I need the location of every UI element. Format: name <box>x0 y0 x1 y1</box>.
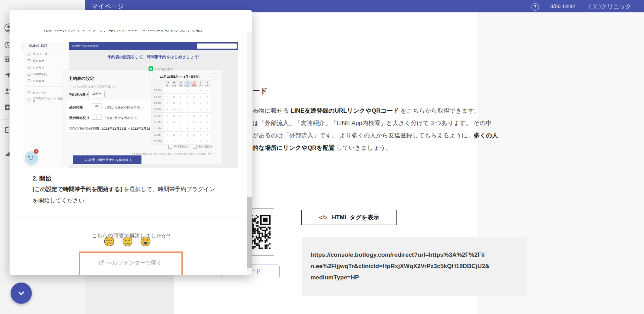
mini-start-button: この設定で時間帯予約を開始する <box>73 155 141 164</box>
mini-table-row: 11:15-×○×○×○× <box>151 119 211 125</box>
mini-deadline-input: 1 <box>92 114 102 120</box>
mini-accept-suffix: 日前から受付を開始する <box>105 105 140 110</box>
mini-sidebar-item: 応対履歴 <box>28 58 44 63</box>
mini-legend-item: 受付期間外 <box>193 145 212 149</box>
tutorial-highlight-box <box>79 251 183 275</box>
step-heading: 2. 開始 <box>33 174 51 183</box>
mini-table-row: 10:45-×○×○×○× <box>151 106 211 112</box>
clinic-name: 〇〇クリニック <box>589 2 632 11</box>
mini-header-title: 時間帯予約/管理画面 <box>72 44 98 48</box>
page-title: マイページ <box>92 2 124 11</box>
mini-table-header: 29(水)30(木)31(金)1(土)2(日)3(月)4(火) <box>151 81 211 87</box>
mini-item-icon <box>28 53 30 55</box>
mini-sidebar-item: 時間帯予約 <box>28 72 47 77</box>
mini-sidebar-item: LINE交換/アカウント情報設定 <box>28 97 65 102</box>
help-article-screenshot: CLINIC BOT 時間帯予約/管理画面 マイページ応対履歴シナリオ時間帯予約… <box>23 42 238 168</box>
help-overlay-panel: (例: 16時のタイミングで、毎日の16:00-16:15の時間帯が受付可能) … <box>10 10 252 275</box>
chevron-down-icon <box>16 288 26 298</box>
paragraph-line-4: 的な場所にリンクやQRを配置 していきましょう。 <box>253 144 546 152</box>
url-line-2: n.ee%2FljjwqTr&clinicId=HpRxjXWqX2VrPz3c… <box>311 263 489 270</box>
section-heading-partial: ード <box>253 86 268 96</box>
mini-item-icon <box>28 66 30 69</box>
mini-accept-input: 60 <box>92 103 102 109</box>
mini-chatbot-badge: 3 <box>34 149 39 154</box>
help-panel-header <box>10 10 252 30</box>
mini-sidebar-item: マイページ <box>28 52 47 57</box>
mini-item-icon <box>28 59 30 62</box>
step-body-line-2: を開始してください。 <box>33 197 231 205</box>
mini-sidebar-item: シナリオ <box>28 65 45 70</box>
mini-deadline-label: 受付締め切り <box>69 116 89 120</box>
mini-settings-note: * こちらの設定は後から変更可能です。 <box>69 85 119 89</box>
panel-scrollbar-thumb[interactable] <box>247 197 252 268</box>
feedback-divider <box>10 218 252 218</box>
mini-deadline-suffix: 日前に受付を締め切る <box>105 116 137 120</box>
paragraph-line-2: は「外部流入」「友達紹介」「LINE App内検索」と大きく分けて３つあります。… <box>253 119 546 127</box>
mini-search-input <box>197 43 237 49</box>
mini-next-button: › <box>211 73 217 79</box>
paragraph-line-3: があるのは「外部流入」です。 より多くの人から友達登録してもらえるように、多くの… <box>253 131 546 140</box>
url-line-1: https://console.botlogy.com/redirect?url… <box>311 251 485 259</box>
mini-accept-label: 受付開始 <box>69 105 83 110</box>
header-datetime: 8/06 14:42 <box>550 3 575 9</box>
mini-table-row: 10:00-○×○×○×○ <box>151 87 211 93</box>
mini-checkbox <box>168 145 172 149</box>
mini-sidebar-item: ログアウト <box>28 90 47 95</box>
mini-item-icon <box>28 73 30 76</box>
mini-table-row: 11:00-○×○×○×○ <box>151 112 211 119</box>
mini-slot-label: 予約枠の長さ <box>69 93 89 97</box>
happy-face-emoji-button[interactable] <box>140 236 151 247</box>
mini-sidebar-divider <box>25 86 65 87</box>
mini-table-row: 10:30-○×○×○×○ <box>151 100 211 106</box>
registration-url-box: https://console.botlogy.com/redirect?url… <box>302 237 527 296</box>
app-root: CLINIC BOT マイページ ? 8/06 14:42 〇〇クリニック ード <box>0 0 644 314</box>
mini-line-icon <box>149 66 153 71</box>
mini-app-logo: CLINIC BOT <box>29 44 47 47</box>
paragraph-line-1: 布物に載せる LINE友達登録のURLリンクやQRコード をこちらから取得できま… <box>253 107 546 115</box>
mini-checkbox <box>193 145 197 149</box>
neutral-face-emoji-button[interactable] <box>122 236 133 247</box>
help-icon[interactable]: ? <box>532 3 539 11</box>
mini-sidebar-item: 患者管理 <box>28 78 44 83</box>
mini-item-icon <box>28 79 30 82</box>
mini-slot-select: 15分 ▾ <box>88 91 105 97</box>
mini-footnote: * 予約表の開始時刻・終了時刻はメニューの予約可能時間によって変動します <box>127 153 212 156</box>
mini-line-label: LINE版の表示 <box>155 67 174 72</box>
mini-legend: 受付期間内受付期間外 <box>23 145 212 149</box>
mini-table-row: 11:45-×○×○×○× <box>151 131 211 138</box>
sad-face-emoji-button[interactable] <box>104 236 114 247</box>
mini-date-range: 12月29日(水) ~ 1月4日(火) <box>160 75 199 79</box>
mini-item-icon <box>28 91 30 94</box>
mini-table-row: 10:15-×○×○×○× <box>151 93 211 100</box>
mini-item-icon <box>28 99 30 101</box>
show-html-tag-button[interactable]: </> HTML タグを表示 <box>301 210 397 225</box>
chat-widget-fab[interactable] <box>11 283 32 304</box>
code-tag-icon: </> <box>319 214 328 220</box>
mini-legend-item: 受付期間内 <box>168 145 188 149</box>
mini-settings-title: 予約表の設定 <box>69 76 94 82</box>
mini-table-row: 12:00-○×○×○×○ <box>151 138 211 144</box>
mini-period: 現在の予約受付期間 : 2021年12月29日 ~ 2022年2月26日 <box>69 126 154 131</box>
mini-timeslot-table: 29(水)30(木)31(金)1(土)2(日)3(月)4(火)10:00-○×○… <box>151 81 211 144</box>
step-body-line-1: [この設定で時間帯予約を開始する] を選択して、時間帯予約プラグイン <box>33 186 231 193</box>
mini-prev-button: ‹ <box>150 73 156 79</box>
mini-table-row: 11:30-○×○×○×○ <box>151 125 211 131</box>
url-line-3: mediumType=HP <box>311 274 359 281</box>
mini-banner: 予約表の設定をして、時間帯予約をはじめましょう! <box>69 54 238 60</box>
